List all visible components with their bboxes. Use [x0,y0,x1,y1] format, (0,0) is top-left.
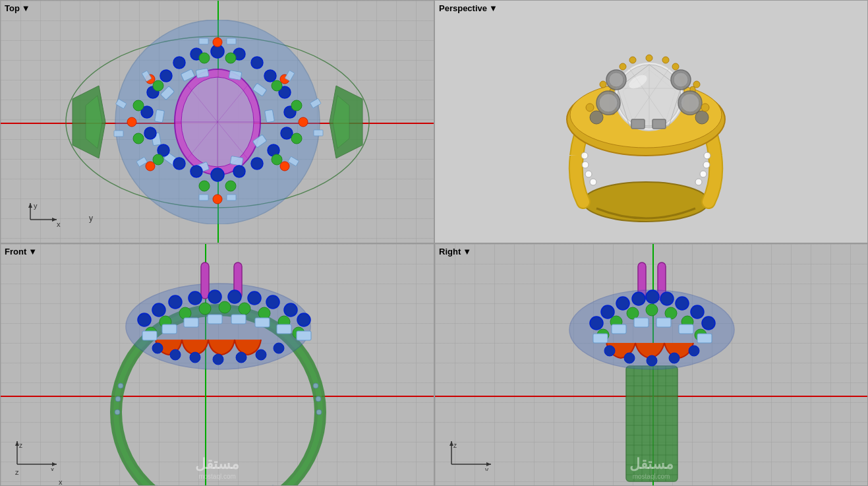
svg-point-163 [258,307,270,319]
svg-point-235 [689,346,699,356]
svg-rect-230 [697,334,712,343]
svg-point-56 [272,154,282,165]
svg-text:x: x [59,478,63,486]
svg-point-45 [146,162,155,171]
axis-cross-top [27,200,60,226]
svg-point-153 [248,291,261,305]
svg-point-42 [299,117,308,127]
svg-point-142 [316,396,321,402]
svg-rect-172 [277,324,291,334]
svg-point-149 [169,295,182,309]
svg-rect-60 [199,38,208,44]
viewport-right-arrow[interactable]: ▼ [463,247,471,257]
svg-rect-145 [201,262,209,299]
svg-point-24 [173,57,185,69]
svg-point-222 [665,307,677,319]
svg-point-159 [179,307,191,319]
svg-rect-168 [184,318,198,327]
svg-point-25 [264,70,276,82]
svg-point-50 [272,80,282,91]
viewport-top-label: Top ▼ [5,3,30,13]
svg-point-106 [599,94,618,112]
svg-point-49 [199,53,210,63]
svg-point-211 [616,297,629,310]
svg-point-154 [266,295,279,309]
svg-point-115 [590,111,603,124]
svg-rect-61 [227,38,236,44]
viewport-top-arrow[interactable]: ▼ [22,3,30,13]
svg-point-33 [211,168,224,181]
svg-point-57 [153,154,163,165]
svg-point-138 [115,410,120,415]
svg-point-210 [601,305,614,319]
viewport-perspective-arrow[interactable]: ▼ [489,3,498,13]
svg-point-122 [662,57,669,63]
svg-point-220 [627,307,639,319]
ring-right-view [435,244,868,486]
svg-point-175 [170,349,181,360]
svg-point-51 [153,80,163,91]
svg-point-52 [291,100,302,111]
viewport-right-text: Right [439,247,461,257]
svg-point-86 [704,152,710,159]
svg-point-78 [583,182,709,222]
svg-point-150 [188,291,202,305]
svg-rect-227 [634,318,649,327]
svg-rect-13 [230,156,243,166]
viewport-top[interactable]: Top ▼ [0,0,434,243]
viewport-perspective[interactable]: Perspective ▼ [434,0,868,243]
svg-point-221 [646,304,658,316]
svg-point-116 [695,111,709,124]
svg-rect-66 [227,195,236,200]
svg-point-120 [629,57,636,63]
svg-rect-114 [652,119,666,129]
svg-point-58 [225,181,236,191]
svg-point-112 [674,73,688,87]
svg-point-31 [251,158,263,169]
svg-point-53 [133,100,144,111]
svg-point-32 [233,166,245,177]
viewport-right[interactable]: Right ▼ [434,243,868,486]
svg-point-108 [609,73,623,87]
svg-point-176 [190,352,200,363]
svg-point-85 [703,162,710,168]
svg-point-212 [632,292,645,305]
svg-rect-225 [593,334,608,343]
svg-point-37 [144,127,156,139]
viewport-front-label: Front ▼ [5,247,37,257]
svg-rect-229 [679,324,693,334]
viewport-front[interactable]: Front ▼ [0,243,434,486]
svg-point-232 [624,353,635,363]
svg-rect-17 [154,109,164,123]
viewport-right-label: Right ▼ [439,247,471,257]
svg-text:y: y [89,214,93,223]
viewport-front-text: Front [5,247,26,257]
svg-point-160 [199,303,211,315]
svg-rect-11 [264,109,274,123]
viewport-front-arrow[interactable]: ▼ [28,247,37,257]
svg-rect-170 [231,315,246,324]
viewport-grid: Top ▼ [0,0,868,486]
svg-point-125 [693,81,700,88]
svg-point-141 [316,410,322,415]
svg-point-43 [280,162,289,171]
axis-cross-front: z x [14,438,60,473]
svg-rect-8 [196,68,209,78]
svg-point-209 [590,317,603,330]
svg-point-234 [669,353,680,363]
svg-point-119 [620,63,626,70]
svg-text:y: y [485,466,488,471]
svg-point-82 [581,152,588,159]
svg-point-26 [160,70,172,82]
svg-rect-69 [114,131,123,137]
axis-cross-right: z y [448,438,494,473]
svg-point-147 [138,313,151,326]
svg-point-148 [152,303,165,317]
svg-rect-67 [199,195,208,200]
svg-point-178 [236,352,246,363]
svg-text:z: z [19,442,22,449]
svg-point-174 [152,343,163,353]
svg-point-121 [646,55,652,61]
svg-point-179 [256,349,266,360]
svg-marker-77 [52,218,57,222]
